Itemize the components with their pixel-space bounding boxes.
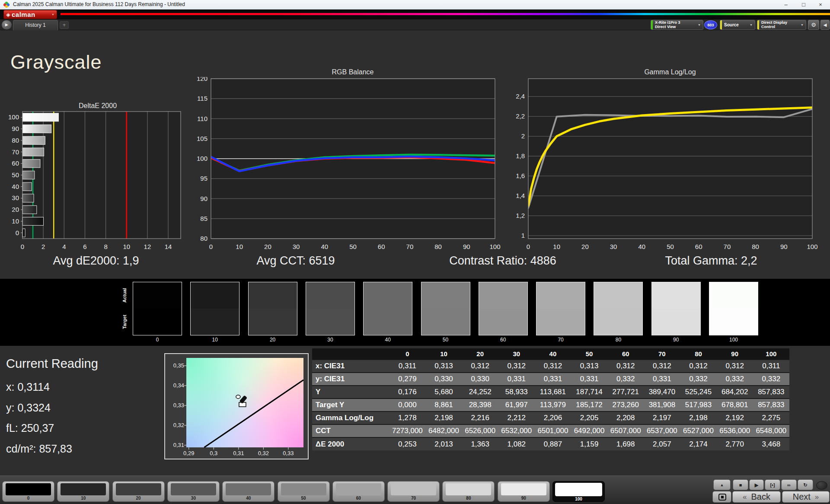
table-cell: 1,363 <box>462 437 498 450</box>
pattern-button-70[interactable]: 70 <box>387 481 440 502</box>
calman-window: Calman 2025 Calman Ultimate for Business… <box>0 0 830 504</box>
next-button[interactable]: Next » <box>782 491 830 503</box>
source-dropdown[interactable]: Source ▼ <box>720 20 755 30</box>
source-label: Source <box>722 22 750 27</box>
tab-history-1[interactable]: History 1 <box>13 20 58 30</box>
swatch-40 <box>363 282 412 335</box>
play-button[interactable]: ▶ <box>749 479 764 490</box>
table-cell: 0,311 <box>389 360 425 373</box>
deltae-bar <box>22 217 43 225</box>
table-cell: 273,260 <box>607 399 644 411</box>
x-tick-label: 50 <box>349 243 357 250</box>
table-cell: 277,721 <box>607 386 644 399</box>
x-tick-label: 90 <box>780 243 788 250</box>
y-tick-label: 115 <box>197 95 208 102</box>
collapse-panel-button[interactable]: ◀ <box>820 20 830 30</box>
table-cell: 185,172 <box>571 399 607 411</box>
row-label: ΔE 2000 <box>312 437 389 450</box>
close-button[interactable]: × <box>812 0 829 10</box>
meter-dropdown[interactable]: X-Rite i1Pro 3 Direct View ▼ <box>651 20 703 30</box>
table-cell: 24,252 <box>462 386 498 399</box>
step-button[interactable]: [•] <box>765 479 780 490</box>
y-tick-label: 90 <box>200 195 208 202</box>
table-cell: 0,330 <box>425 373 462 386</box>
pattern-button-100[interactable]: 100 <box>552 481 605 502</box>
table-cell: 2,174 <box>680 437 716 450</box>
pattern-up-button[interactable]: ▲ <box>713 479 731 490</box>
column-header: 60 <box>607 348 644 360</box>
calman-menu-button[interactable]: ◈ calman ▼ <box>3 10 57 19</box>
x-tick-label: 4 <box>62 243 66 250</box>
calman-logo-text: calman <box>12 11 51 18</box>
grayscale-swatch-strip: Actual Target 0102030405060708090100 <box>0 279 830 346</box>
swatch-90 <box>651 282 701 335</box>
table-cell: 6492,000 <box>571 424 607 437</box>
continuous-button[interactable]: ∞ <box>781 479 797 490</box>
column-header: 30 <box>498 348 535 360</box>
tab-scroll-button[interactable]: ▶ <box>2 20 12 29</box>
x-tick-label: 20 <box>264 243 271 250</box>
cie-x-tick-label: 0,3 <box>205 450 222 456</box>
x-tick-label: 0 <box>21 243 24 250</box>
settings-gear-button[interactable]: ⚙ <box>808 20 819 30</box>
back-chevron-icon: « <box>743 493 747 501</box>
pattern-button-50[interactable]: 50 <box>278 481 330 502</box>
y-tick-label: 20 <box>12 206 19 213</box>
x-tick-label: 30 <box>610 243 617 250</box>
deltae-bar <box>22 171 35 179</box>
cie-x-tick-label: 0,33 <box>280 450 297 456</box>
reading-fl: fL: 250,37 <box>6 422 54 434</box>
rgb-balance-chart-title: RGB Balance <box>253 68 452 76</box>
pattern-button-0[interactable]: 0 <box>2 481 54 502</box>
pattern-button-30[interactable]: 30 <box>167 481 220 502</box>
x-tick-label: 50 <box>667 243 674 250</box>
x-tick-label: 8 <box>104 243 107 250</box>
table-cell: 1,159 <box>571 437 607 450</box>
pattern-window-button[interactable] <box>712 491 731 503</box>
rainbow-divider <box>61 13 830 15</box>
table-row: y: CIE310,2790,3300,3300,3310,3310,3310,… <box>312 373 789 386</box>
table-cell: 0,332 <box>753 373 789 386</box>
table-cell: 3,468 <box>753 437 789 450</box>
meter-badge: 603 <box>704 20 717 29</box>
table-cell: 1,082 <box>498 437 535 450</box>
row-label: Target Y <box>312 399 389 411</box>
table-cell: 6507,000 <box>607 424 644 437</box>
row-label: y: CIE31 <box>312 373 389 386</box>
table-cell: 0,311 <box>753 360 789 373</box>
app-icon <box>3 2 10 8</box>
table-row: CCT7273,0006482,0006526,0006532,0006501,… <box>312 424 789 437</box>
minimize-button[interactable]: – <box>777 0 795 10</box>
row-label: CCT <box>312 424 389 437</box>
table-cell: 0,176 <box>389 386 425 399</box>
table-cell: 2,013 <box>425 437 462 450</box>
display-control-dropdown[interactable]: Direct Display Control ▼ <box>757 20 806 30</box>
gamma-chart-title: Gamma Log/Log <box>584 68 757 76</box>
reading-cdm2: cd/m²: 857,83 <box>6 443 72 455</box>
pattern-button-40[interactable]: 40 <box>222 481 275 502</box>
refresh-button[interactable]: ↻ <box>798 479 813 490</box>
add-tab-button[interactable]: + <box>60 21 69 29</box>
swatch-level-label: 90 <box>651 337 701 343</box>
cie-y-tick-label: 0,35 <box>167 362 184 369</box>
pattern-button-90[interactable]: 90 <box>498 481 550 502</box>
stat-contrast-ratio: Contrast Ratio: 4886 <box>449 254 556 268</box>
pattern-button-10[interactable]: 10 <box>57 481 109 502</box>
table-cell: 0,312 <box>462 360 498 373</box>
stop-button[interactable]: ■ <box>733 479 748 490</box>
pattern-button-20[interactable]: 20 <box>112 481 165 502</box>
table-cell: 0,332 <box>680 373 716 386</box>
back-button[interactable]: « Back <box>732 491 781 503</box>
table-cell: 0,332 <box>607 373 644 386</box>
maximize-button[interactable]: □ <box>795 0 812 10</box>
table-cell: 2,192 <box>717 411 753 424</box>
deltae-bar <box>22 148 44 156</box>
indicator-led <box>816 481 827 490</box>
table-cell: 6537,000 <box>644 424 680 437</box>
pattern-button-60[interactable]: 60 <box>332 481 385 502</box>
y-tick-label: 80 <box>12 137 19 144</box>
table-row: Gamma Log/Log1,2782,1982,2162,2122,2062,… <box>312 411 789 424</box>
table-cell: 6526,000 <box>462 424 498 437</box>
y-tick-label: 2,2 <box>516 112 525 120</box>
pattern-button-80[interactable]: 80 <box>442 481 495 502</box>
